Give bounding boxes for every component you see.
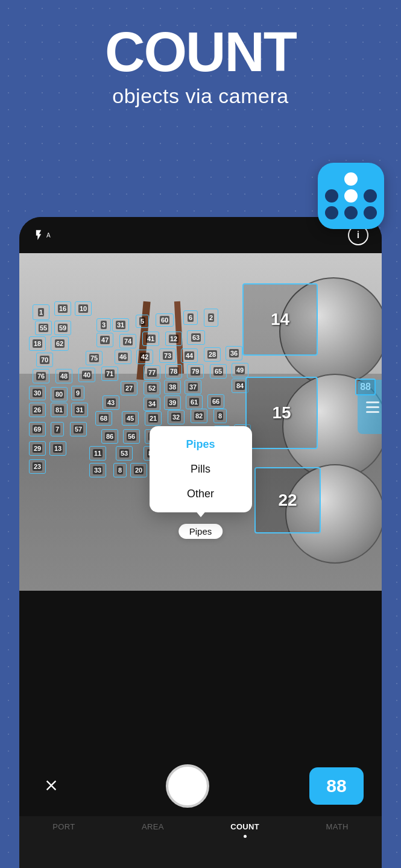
close-button[interactable]: [37, 772, 65, 800]
detection-label-56: 82: [194, 412, 204, 420]
side-line: [366, 411, 379, 413]
detection-box-20: 75: [86, 351, 103, 365]
close-button-wrapper[interactable]: [37, 772, 65, 800]
detection-label-25: 28: [207, 350, 217, 359]
object-type-dropdown[interactable]: Pipes Pills Other: [150, 426, 252, 512]
selected-object-pill[interactable]: Pipes: [178, 524, 223, 539]
detection-box-48: 66: [207, 394, 224, 409]
count-button[interactable]: 88: [309, 767, 364, 805]
detection-label-3: 10: [78, 304, 88, 313]
detection-box-33: 79: [187, 364, 204, 379]
detection-box-30: 71: [101, 366, 118, 381]
icon-dot-empty: [325, 172, 338, 186]
side-line: [366, 401, 379, 403]
detection-label-60: 57: [74, 425, 83, 433]
detection-box-15: 74: [119, 334, 136, 348]
detection-label-68: 29: [33, 444, 42, 453]
header-section: COUNT objects via camera: [0, 0, 401, 120]
detection-label-39: 37: [188, 383, 198, 391]
detection-label-79: 8: [117, 466, 123, 474]
detection-box-38: 38: [164, 380, 181, 394]
detection-label-57: 8: [217, 412, 223, 420]
detection-label-69: 13: [53, 444, 63, 453]
detection-label-14: 47: [100, 336, 110, 344]
detection-box-57: 8: [213, 409, 227, 423]
camera-controls: 88: [19, 756, 382, 816]
detection-box-44: 43: [103, 395, 119, 410]
detection-box-29: 40: [78, 368, 95, 382]
detection-box-58: 69: [29, 422, 46, 436]
shutter-button[interactable]: [166, 764, 209, 808]
detection-box-79: 8: [113, 463, 127, 477]
detection-label-33: 79: [191, 367, 200, 376]
shutter-button-wrapper[interactable]: [166, 764, 209, 808]
main-title: COUNT: [0, 24, 401, 80]
detection-box-56: 82: [191, 409, 207, 423]
detection-label-23: 73: [163, 351, 172, 360]
tab-area[interactable]: AREA: [142, 822, 164, 831]
detection-label-46: 39: [168, 398, 177, 407]
detection-box-37: 52: [144, 381, 160, 395]
detection-label-42: 80: [54, 390, 64, 398]
detection-label-11: 2: [208, 313, 214, 322]
detection-box-25: 28: [204, 347, 221, 362]
detection-label-70: 11: [93, 449, 103, 458]
icon-dot-white: [344, 172, 358, 186]
detection-label-58: 69: [33, 425, 42, 433]
detection-label-6: 3: [101, 321, 107, 329]
flash-icon[interactable]: A: [33, 228, 51, 242]
detection-box-78: 33: [89, 463, 106, 477]
detection-label-40: 84: [235, 382, 245, 390]
detection-box-41: 30: [29, 386, 46, 400]
detection-box-22: 22: [254, 467, 321, 533]
detection-label-71: 53: [119, 449, 129, 458]
detection-label-38: 38: [168, 383, 177, 391]
detection-box-32: 78: [165, 364, 182, 379]
detection-box-35: 49: [232, 363, 248, 377]
camera-view: 1161055593315606218624774411263707546427…: [19, 253, 382, 591]
detection-box-68: 29: [29, 441, 46, 456]
tab-port[interactable]: PORT: [52, 822, 75, 831]
detection-box-31: 77: [144, 365, 160, 380]
dropdown-item-pills[interactable]: Pills: [150, 457, 252, 482]
detection-label-21: 46: [118, 353, 128, 361]
icon-dot-empty: [364, 172, 377, 186]
app-icon[interactable]: [318, 163, 384, 229]
dropdown-item-pipes[interactable]: Pipes: [150, 432, 252, 457]
detection-box-1: 1: [33, 304, 49, 320]
tab-math[interactable]: MATH: [326, 822, 349, 831]
side-panel-lines: [361, 397, 382, 418]
detection-label-10: 6: [188, 313, 194, 322]
detection-box-34: 65: [210, 364, 227, 379]
detection-box-18: 63: [187, 330, 205, 345]
detection-box-53: 45: [122, 411, 139, 426]
detection-box-24: 44: [181, 348, 198, 363]
tab-count[interactable]: COUNT: [230, 822, 259, 838]
detection-box-4: 55: [35, 321, 52, 335]
dropdown-item-other[interactable]: Other: [150, 482, 252, 506]
icon-dot-dark: [364, 189, 377, 203]
detection-box-55: 32: [168, 410, 185, 424]
side-panel[interactable]: [358, 380, 382, 434]
detection-label-20: 75: [89, 354, 99, 362]
detection-box-21: 46: [115, 350, 131, 364]
detection-box-14: 47: [96, 333, 113, 347]
detection-label-5: 59: [58, 324, 68, 332]
detection-label-8: 5: [139, 317, 145, 326]
icon-dot-dark: [344, 206, 358, 219]
detection-box-43: 9: [71, 386, 84, 400]
detection-box-2: 16: [54, 301, 71, 316]
detection-box-16: 41: [142, 332, 159, 346]
detection-label-26: 36: [229, 349, 239, 357]
detection-box-50: 81: [51, 403, 68, 417]
detection-label-78: 33: [93, 466, 103, 474]
detection-label-43: 9: [75, 389, 81, 397]
detection-label-54: 21: [148, 414, 158, 423]
detection-box-19: 70: [36, 353, 53, 367]
detection-box-13: 62: [51, 336, 69, 351]
detection-box-47: 61: [186, 395, 203, 409]
detection-label-19: 70: [40, 356, 49, 364]
count-button-wrapper[interactable]: 88: [309, 767, 364, 805]
detection-label-59: 7: [54, 425, 60, 433]
detection-label-15: 15: [272, 403, 291, 423]
